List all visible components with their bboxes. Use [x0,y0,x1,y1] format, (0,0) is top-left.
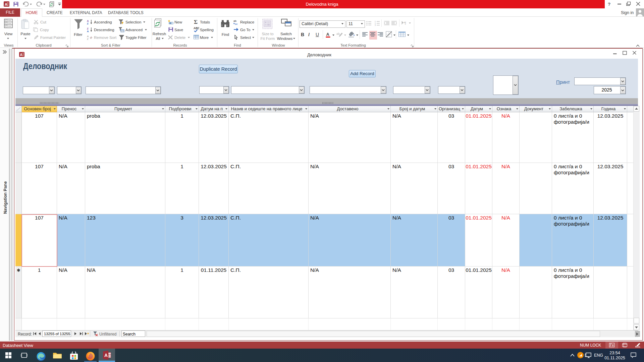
svg-text:ab: ab [336,32,340,36]
svg-text:3: 3 [375,24,376,26]
svg-text:ab: ab [233,19,236,22]
svg-text:A: A [20,53,22,57]
svg-text:A: A [87,30,89,32]
svg-text:A: A [5,2,7,6]
svg-text:Z: Z [87,22,89,24]
svg-text:A: A [326,32,330,37]
svg-text:¶: ¶ [404,21,406,25]
svg-text:ac: ac [235,22,237,25]
svg-text:?: ? [608,2,610,6]
svg-text:A: A [104,353,108,358]
svg-text:Σ: Σ [194,19,198,24]
svg-text:Z: Z [87,38,89,40]
svg-text:ABC: ABC [194,26,199,30]
